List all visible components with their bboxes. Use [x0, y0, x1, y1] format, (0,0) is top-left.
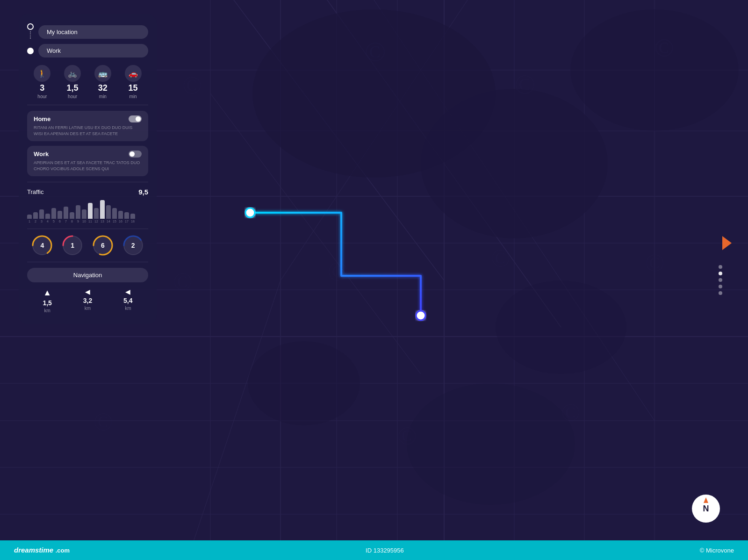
nav-unit-3: km: [125, 306, 131, 311]
bar-label-15: 16: [119, 220, 122, 223]
traffic-bar-5: [58, 211, 62, 219]
traffic-bar-16: [124, 212, 129, 219]
bar-group-1: 2: [33, 212, 38, 223]
dreamstimes-logo: dreamstime .com: [14, 546, 70, 554]
traffic-bar-9: [82, 209, 86, 219]
circle-badge-0[interactable]: 4: [31, 235, 53, 256]
bar-group-3: 4: [45, 214, 50, 223]
work-title: Work: [34, 151, 49, 158]
nav-item-3: ◀ 5,4 km: [123, 288, 132, 313]
svg-line-23: [187, 280, 280, 560]
compass[interactable]: N: [692, 495, 720, 523]
svg-point-27: [248, 341, 360, 425]
zoom-dot-3[interactable]: [719, 278, 722, 282]
walk-value: 3: [40, 84, 44, 92]
bar-label-1: 2: [35, 220, 36, 223]
traffic-bar-3: [45, 214, 50, 219]
traffic-bar-1: [33, 212, 38, 219]
traffic-bar-0: [27, 215, 32, 219]
location-section: My location Work: [27, 23, 148, 57]
to-dot: [27, 48, 34, 54]
bar-group-7: 8: [70, 212, 74, 223]
home-description: RITANI AN FERRI LATINE USU EX DUO DUO DU…: [34, 125, 142, 136]
circle-badge-3[interactable]: 2: [122, 235, 144, 256]
bar-group-16: 17: [124, 212, 129, 223]
transport-walk[interactable]: 🚶 3 hour: [34, 65, 50, 99]
bar-group-8: 9: [76, 205, 80, 223]
svg-text:©: ©: [491, 244, 511, 272]
home-card[interactable]: Home RITANI AN FERRI LATINE USU EX DUO D…: [27, 111, 148, 141]
svg-text:©: ©: [561, 398, 581, 426]
navigation-label: Navigation: [27, 268, 148, 282]
traffic-chart: 123456789101112131415161718: [27, 200, 148, 223]
bar-label-8: 9: [77, 220, 79, 223]
bar-label-12: 13: [101, 220, 104, 223]
footer-bar: dreamstime .com ID 133295956 © Microvone: [0, 540, 748, 560]
badge-num-1: 1: [71, 242, 74, 249]
compass-arrow: [704, 497, 708, 503]
bus-icon: 🚌: [94, 65, 111, 82]
transport-bus[interactable]: 🚌 32 min: [94, 65, 111, 99]
traffic-bar-14: [112, 208, 117, 219]
navigation-section: Navigation ▲ 1,5 km ◀ 3,2 km ◀ 5,4 km: [27, 268, 148, 313]
zoom-dot-5[interactable]: [719, 291, 722, 295]
nav-dist-1: 1,5: [43, 299, 51, 307]
zoom-dot-1[interactable]: [719, 265, 722, 269]
home-toggle[interactable]: [129, 115, 142, 122]
zoom-controls[interactable]: [719, 265, 722, 295]
nav-unit-1: km: [44, 308, 50, 313]
bar-label-4: 5: [53, 220, 55, 223]
nav-arrow-1: ▲: [43, 288, 51, 298]
nav-unit-2: km: [85, 306, 91, 311]
badge-num-3: 2: [131, 242, 135, 249]
svg-text:©: ©: [173, 267, 193, 295]
bar-group-15: 16: [118, 211, 123, 223]
car-value: 15: [129, 84, 138, 92]
work-card[interactable]: Work APEIRIAN DES ET AT SEA FACETE TRAC …: [27, 146, 148, 176]
to-location-row[interactable]: Work: [27, 44, 148, 57]
bar-label-7: 8: [71, 220, 73, 223]
bar-label-16: 17: [125, 220, 129, 223]
work-toggle-thumb: [129, 151, 135, 157]
zoom-dot-2[interactable]: [719, 272, 722, 275]
home-title: Home: [34, 115, 50, 122]
walk-unit: hour: [37, 94, 47, 99]
svg-point-28: [496, 280, 626, 374]
circle-badge-2[interactable]: 6: [92, 235, 114, 256]
work-toggle[interactable]: [129, 151, 142, 158]
traffic-bar-11: [94, 208, 99, 219]
bar-group-17: 18: [130, 214, 135, 223]
to-label[interactable]: Work: [38, 44, 148, 57]
bike-unit: hour: [68, 94, 77, 99]
from-label[interactable]: My location: [38, 25, 148, 39]
svg-point-26: [570, 9, 739, 131]
bar-group-14: 15: [112, 208, 117, 223]
bar-label-2: 3: [41, 220, 43, 223]
bar-group-9: 10: [82, 209, 86, 223]
svg-point-29: [407, 383, 575, 505]
traffic-bar-2: [39, 209, 44, 219]
walk-icon: 🚶: [34, 65, 50, 82]
bar-group-6: 7: [64, 207, 68, 223]
nav-dist-3: 5,4: [123, 297, 132, 304]
car-unit: min: [129, 94, 137, 99]
transport-bike[interactable]: 🚲 1,5 hour: [64, 65, 81, 99]
bar-label-11: 12: [94, 220, 98, 223]
bar-group-0: 1: [27, 215, 32, 223]
from-location-row[interactable]: My location: [27, 23, 148, 40]
svg-text:©: ©: [645, 248, 665, 277]
nav-arrow-2: ◀: [85, 288, 90, 295]
circle-badge-1[interactable]: 1: [62, 235, 83, 256]
transport-car[interactable]: 🚗 15 min: [125, 65, 142, 99]
nav-dist-2: 3,2: [83, 297, 92, 304]
bar-label-17: 18: [131, 220, 135, 223]
navigation-items: ▲ 1,5 km ◀ 3,2 km ◀ 5,4 km: [27, 288, 148, 313]
work-description: APEIRIAN DES ET AT SEA FACETE TRAC TATOS…: [34, 160, 142, 172]
zoom-dot-4[interactable]: [719, 285, 722, 288]
traffic-section: Traffic 9,5 123456789101112131415161718: [27, 188, 148, 223]
traffic-value: 9,5: [138, 188, 148, 196]
bar-label-10: 11: [88, 220, 92, 223]
car-icon: 🚗: [125, 65, 142, 82]
svg-text:©: ©: [654, 33, 674, 62]
nav-item-1: ▲ 1,5 km: [43, 288, 51, 313]
